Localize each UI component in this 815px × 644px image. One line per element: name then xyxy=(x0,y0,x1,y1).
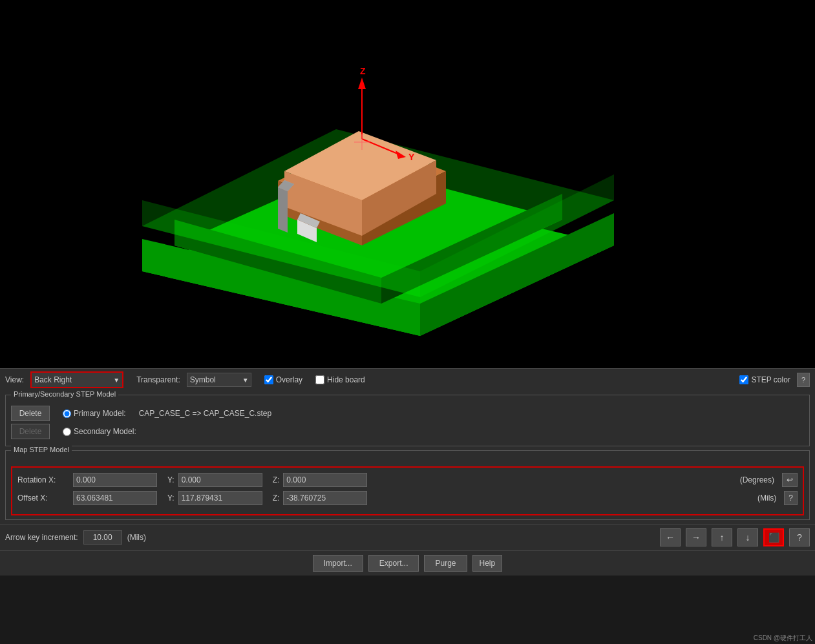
svg-text:Y: Y xyxy=(408,152,415,162)
nav-right-button[interactable]: → xyxy=(686,528,706,546)
help-button-viewbar[interactable]: ? xyxy=(797,373,810,387)
controls-area: View: Back Right Front Left Top Bottom F… xyxy=(0,368,815,576)
rotation-x-input[interactable] xyxy=(73,473,157,487)
primary-secondary-group: Primary/Secondary STEP Model Delete Prim… xyxy=(5,395,810,446)
secondary-label-text: Secondary Model: xyxy=(74,427,136,436)
rotation-y-label: Y: xyxy=(167,475,175,484)
transparent-label: Transparent: xyxy=(136,375,180,384)
bottom-toolbar: Arrow key increment: (Mils) ← → ↑ ↓ ⬛ ? xyxy=(0,524,815,550)
nav-up-button[interactable]: ↑ xyxy=(712,528,732,546)
delete-btn-2[interactable]: Delete xyxy=(11,424,50,439)
offset-row: Offset X: Y: Z: (Mils) ? xyxy=(17,491,798,505)
svg-text:Z: Z xyxy=(360,66,366,76)
help-button-mils[interactable]: ? xyxy=(784,491,798,505)
primary-label-text: Primary Model: xyxy=(74,409,126,418)
offset-z-label: Z: xyxy=(273,493,280,503)
view-bar: View: Back Right Front Left Top Bottom F… xyxy=(0,368,815,391)
nav-down-button[interactable]: ↓ xyxy=(737,528,758,546)
nav-special-button[interactable]: ⬛ xyxy=(763,528,784,546)
arrow-key-label: Arrow key increment: xyxy=(5,533,78,542)
view-select[interactable]: Back Right Front Left Top Bottom Front B… xyxy=(32,373,122,387)
nav-left-button[interactable]: ← xyxy=(660,528,681,546)
delete-btn-1[interactable]: Delete xyxy=(11,406,50,421)
rotation-z-label: Z: xyxy=(273,475,280,484)
offset-x-input[interactable] xyxy=(73,491,157,505)
hide-board-label: Hide board xyxy=(327,375,365,384)
secondary-radio-label[interactable]: Secondary Model: xyxy=(63,427,136,436)
map-step-inner: Rotation X: Y: Z: (Degrees) ↩ Offset X: xyxy=(11,466,804,515)
mils-label: (Mils) xyxy=(757,493,776,503)
step-color-label: STEP color xyxy=(751,375,790,384)
export-button[interactable]: Export... xyxy=(368,555,419,572)
rotation-label: Rotation X: xyxy=(17,475,69,484)
primary-secondary-title: Primary/Secondary STEP Model xyxy=(11,390,118,398)
arrow-mils-label: (Mils) xyxy=(127,533,146,542)
help-button-main[interactable]: Help xyxy=(472,555,503,572)
svg-marker-16 xyxy=(278,187,288,233)
secondary-model-row: Delete Secondary Model: xyxy=(11,424,804,439)
hide-board-checkbox[interactable] xyxy=(315,375,324,384)
rotation-z-input[interactable] xyxy=(283,473,367,487)
offset-z-input[interactable] xyxy=(283,491,367,505)
view-label: View: xyxy=(5,375,24,384)
model-path: CAP_CASE_C => CAP_CASE_C.step xyxy=(139,409,271,418)
offset-y-label: Y: xyxy=(167,493,175,503)
purge-button[interactable]: Purge xyxy=(424,555,467,572)
rotation-y-input[interactable] xyxy=(178,473,262,487)
primary-radio[interactable] xyxy=(63,410,71,418)
map-step-group: Map STEP Model Rotation X: Y: Z: (Degree… xyxy=(5,450,810,520)
rotation-row: Rotation X: Y: Z: (Degrees) ↩ xyxy=(17,473,798,487)
step-color-checkbox[interactable] xyxy=(739,375,748,384)
import-button[interactable]: Import... xyxy=(313,555,363,572)
hide-board-group: Hide board xyxy=(315,375,365,384)
arrow-key-input[interactable] xyxy=(83,530,122,545)
bottom-buttons: Import... Export... Purge Help xyxy=(0,550,815,576)
step-color-group: STEP color xyxy=(739,375,790,384)
overlay-group: Overlay xyxy=(264,375,302,384)
3d-viewport[interactable]: Z Y xyxy=(0,0,815,368)
secondary-radio[interactable] xyxy=(63,428,71,436)
overlay-label: Overlay xyxy=(276,375,302,384)
offset-y-input[interactable] xyxy=(178,491,262,505)
reset-button[interactable]: ↩ xyxy=(782,473,798,487)
view-select-wrapper[interactable]: Back Right Front Left Top Bottom Front B… xyxy=(30,371,123,388)
transparent-select-wrapper[interactable]: Symbol None Full ▼ xyxy=(187,373,251,387)
overlay-checkbox[interactable] xyxy=(264,375,273,384)
primary-radio-label[interactable]: Primary Model: xyxy=(63,409,126,418)
help-button-nav[interactable]: ? xyxy=(789,528,810,546)
primary-model-row: Delete Primary Model: CAP_CASE_C => CAP_… xyxy=(11,406,804,421)
offset-label: Offset X: xyxy=(17,493,69,503)
csdn-watermark: CSDN @硬件打工人 xyxy=(754,634,812,643)
degrees-label: (Degrees) xyxy=(740,475,774,484)
map-step-title: Map STEP Model xyxy=(11,446,72,453)
transparent-select[interactable]: Symbol None Full xyxy=(187,373,251,387)
